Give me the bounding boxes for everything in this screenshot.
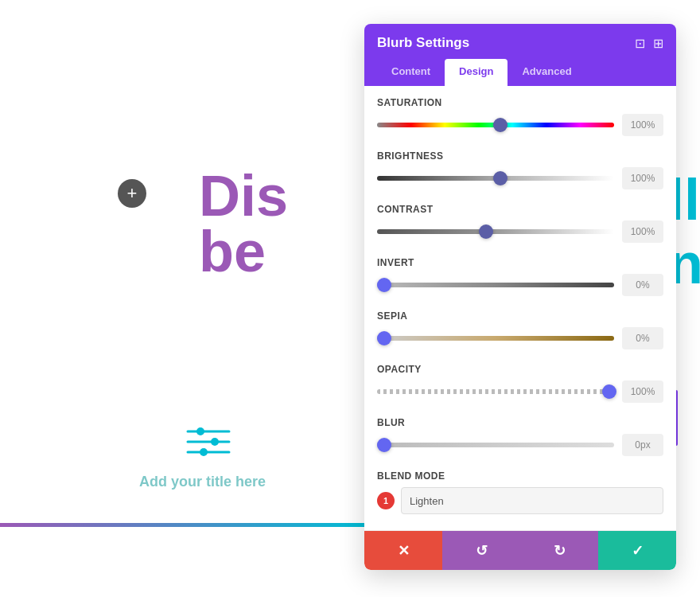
invert-row: Invert 0% <box>377 257 663 296</box>
add-title-label: Add your title here <box>139 474 266 490</box>
blur-track <box>377 443 614 447</box>
contrast-track-wrap[interactable] <box>377 224 614 240</box>
brightness-value: 100% <box>622 167 663 189</box>
sepia-thumb[interactable] <box>377 331 391 345</box>
invert-value: 0% <box>622 274 663 296</box>
columns-icon[interactable]: ⊞ <box>653 36 663 51</box>
invert-thumb[interactable] <box>377 278 391 292</box>
redo-button[interactable]: ↻ <box>520 531 598 570</box>
confirm-button[interactable]: ✓ <box>598 531 676 570</box>
opacity-label: Opacity <box>377 364 663 375</box>
saturation-label: Saturation <box>377 97 663 108</box>
panel-footer: ✕ ↺ ↻ ✓ <box>364 530 676 570</box>
cancel-button[interactable]: ✕ <box>364 531 442 570</box>
brightness-label: Brightness <box>377 150 663 162</box>
invert-track-wrap[interactable] <box>377 277 614 293</box>
invert-label: Invert <box>377 257 663 268</box>
opacity-track <box>377 389 614 394</box>
contrast-thumb[interactable] <box>479 224 493 239</box>
opacity-controls: 100% <box>377 380 663 403</box>
add-section-button[interactable]: + <box>118 179 146 208</box>
blend-select-wrapper: Normal Multiply Screen Overlay Darken Li… <box>401 487 663 514</box>
brightness-track <box>377 176 614 181</box>
undo-button[interactable]: ↺ <box>442 531 520 570</box>
saturation-track-wrap[interactable] <box>377 117 614 133</box>
saturation-value: 100% <box>622 114 663 136</box>
blur-controls: 0px <box>377 434 663 456</box>
blend-mode-label: Blend Mode <box>377 470 663 482</box>
blur-label: Blur <box>377 417 663 428</box>
opacity-row: Opacity 100% <box>377 364 663 403</box>
blend-mode-row: Blend Mode 1 Normal Multiply Screen Over… <box>377 470 663 514</box>
module-icon-area <box>185 422 232 465</box>
tab-advanced[interactable]: Advanced <box>508 59 585 86</box>
sepia-row: Sepia 0% <box>377 310 663 349</box>
blur-value: 0px <box>622 434 663 456</box>
contrast-value: 100% <box>622 220 663 243</box>
background-text-dis: Dis <box>199 167 288 224</box>
saturation-track <box>377 123 614 127</box>
panel-header-icons: ⊡ ⊞ <box>635 36 663 59</box>
svg-point-3 <box>211 438 219 446</box>
opacity-value: 100% <box>622 380 663 403</box>
blur-thumb[interactable] <box>377 438 391 452</box>
background-text-be: be <box>199 223 266 280</box>
fullscreen-icon[interactable]: ⊡ <box>635 36 645 51</box>
sepia-track-wrap[interactable] <box>377 330 614 346</box>
opacity-track-wrap[interactable] <box>377 384 614 400</box>
sepia-controls: 0% <box>377 327 663 349</box>
blend-mode-select-wrap: 1 Normal Multiply Screen Overlay Darken … <box>377 487 663 514</box>
blur-row: Blur 0px <box>377 417 663 456</box>
blend-mode-badge: 1 <box>377 492 395 509</box>
contrast-row: Contrast 100% <box>377 204 663 243</box>
blurb-settings-panel: Blurb Settings ⊡ ⊞ Content Design Advanc… <box>364 24 676 570</box>
bottom-gradient-line <box>0 523 366 527</box>
tab-content[interactable]: Content <box>377 59 445 86</box>
panel-body: Saturation 100% Brightness 100% <box>364 86 676 530</box>
tab-design[interactable]: Design <box>445 59 508 86</box>
invert-controls: 0% <box>377 274 663 296</box>
panel-tabs: Content Design Advanced <box>364 59 676 86</box>
panel-title: Blurb Settings <box>377 35 469 59</box>
sepia-track <box>377 336 614 341</box>
contrast-track <box>377 229 614 234</box>
contrast-label: Contrast <box>377 204 663 215</box>
saturation-thumb[interactable] <box>493 118 508 132</box>
svg-point-1 <box>196 427 204 435</box>
blend-mode-select[interactable]: Normal Multiply Screen Overlay Darken Li… <box>401 487 663 514</box>
blur-track-wrap[interactable] <box>377 437 614 453</box>
brightness-controls: 100% <box>377 167 663 189</box>
brightness-track-wrap[interactable] <box>377 170 614 186</box>
saturation-controls: 100% <box>377 114 663 136</box>
sepia-label: Sepia <box>377 310 663 322</box>
opacity-thumb[interactable] <box>602 384 616 399</box>
brightness-thumb[interactable] <box>493 171 508 185</box>
sliders-icon <box>185 422 232 462</box>
sepia-value: 0% <box>622 327 663 349</box>
saturation-row: Saturation 100% <box>377 97 663 136</box>
brightness-row: Brightness 100% <box>377 150 663 189</box>
panel-header: Blurb Settings ⊡ ⊞ <box>364 24 676 59</box>
invert-track <box>377 283 614 287</box>
contrast-controls: 100% <box>377 220 663 243</box>
svg-point-5 <box>200 448 208 456</box>
